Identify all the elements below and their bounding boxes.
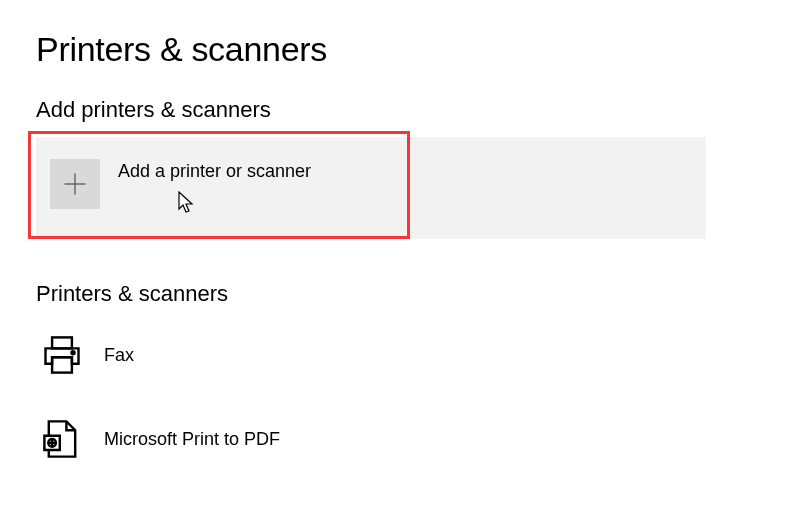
svg-rect-2 [52, 337, 72, 348]
printer-item-label: Microsoft Print to PDF [104, 429, 280, 450]
plus-icon [50, 159, 100, 209]
add-printer-button[interactable]: Add a printer or scanner [36, 137, 706, 239]
svg-point-4 [71, 351, 74, 354]
printer-icon [40, 333, 84, 377]
printer-pdf-icon [40, 417, 84, 461]
svg-rect-3 [52, 357, 72, 372]
printer-item-pdf[interactable]: Microsoft Print to PDF [36, 409, 761, 471]
page-title: Printers & scanners [36, 30, 761, 69]
add-section-title: Add printers & scanners [36, 97, 761, 123]
printers-list-title: Printers & scanners [36, 281, 761, 307]
add-printer-label: Add a printer or scanner [118, 161, 311, 182]
cursor-icon [178, 191, 198, 217]
printer-item-fax[interactable]: Fax [36, 325, 761, 387]
printer-item-label: Fax [104, 345, 134, 366]
